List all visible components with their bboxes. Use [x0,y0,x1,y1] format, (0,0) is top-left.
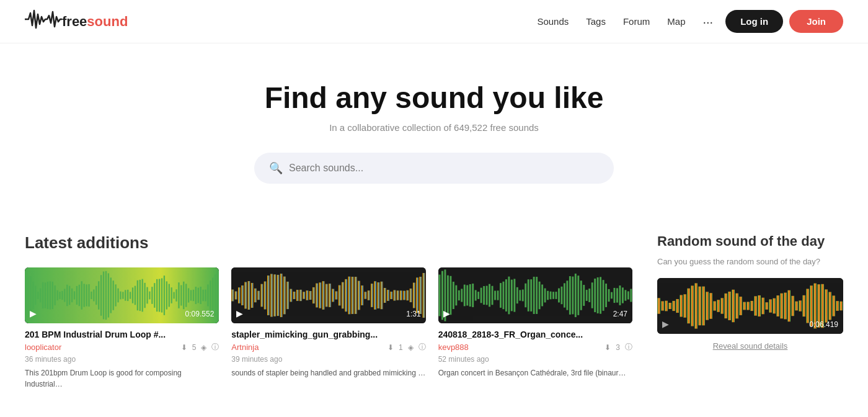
svg-rect-83 [232,290,234,302]
svg-rect-176 [527,279,529,312]
svg-rect-34 [103,272,104,320]
svg-rect-250 [788,290,791,321]
svg-rect-252 [795,301,799,310]
svg-rect-190 [566,280,568,310]
svg-rect-136 [404,291,406,300]
sound-title-1[interactable]: 201 BPM Industrial Drum Loop #... [25,330,219,339]
svg-rect-52 [146,287,148,304]
svg-rect-102 [293,292,296,299]
svg-rect-15 [56,290,58,300]
sound-title-2[interactable]: stapler_mimicking_gun_grabbing... [231,330,425,339]
svg-rect-154 [466,285,468,305]
waveform-2[interactable]: ▶ 1:31 [231,267,425,323]
svg-rect-106 [306,290,309,300]
download-icon-2: ⬇ [388,343,394,352]
nav-forum[interactable]: Forum [623,16,650,27]
svg-rect-132 [391,292,393,299]
svg-rect-86 [242,285,244,305]
play-button-1[interactable]: ▶ [30,308,37,318]
svg-rect-248 [781,293,784,318]
search-bar: 🔍 [254,153,614,184]
download-count-1: 5 [192,343,197,352]
svg-rect-68 [185,284,187,307]
waveform-3[interactable]: ▶ 2:47 [438,267,632,323]
search-input[interactable] [289,163,599,174]
info-icon-3: ⓘ [625,342,632,352]
svg-rect-9 [42,282,43,308]
svg-rect-72 [195,287,197,304]
svg-rect-108 [312,287,315,303]
svg-rect-222 [684,294,687,318]
svg-rect-97 [277,275,280,316]
sound-desc-2: sounds of stapler being handled and grab… [231,367,425,379]
svg-rect-144 [438,275,440,316]
svg-rect-54 [151,287,153,304]
svg-rect-238 [743,302,746,310]
waveform-1[interactable]: /* inline generated */ [25,267,219,323]
svg-rect-239 [747,302,750,310]
nav-tags[interactable]: Tags [586,16,606,27]
svg-rect-134 [397,290,399,300]
svg-rect-242 [758,295,761,316]
login-button[interactable]: Log in [725,10,783,33]
svg-rect-24 [79,285,80,307]
svg-rect-241 [755,296,758,315]
play-button-2[interactable]: ▶ [236,308,243,318]
svg-rect-33 [100,275,102,315]
svg-rect-219 [673,300,676,310]
svg-rect-233 [725,293,728,318]
logo[interactable]: freesound [25,8,128,35]
svg-rect-107 [309,291,312,300]
svg-rect-123 [361,285,364,305]
svg-rect-89 [251,283,254,308]
svg-rect-180 [538,282,540,309]
hero-subtext: In a collaborative collection of 649,522… [12,122,856,133]
svg-rect-191 [569,276,571,315]
reveal-button[interactable]: Reveal sound details [657,341,843,351]
play-button-3[interactable]: ▶ [443,308,450,318]
svg-rect-199 [591,282,593,308]
svg-rect-119 [348,277,351,315]
svg-rect-118 [345,279,348,312]
sound-author-1[interactable]: looplicator [25,343,61,352]
svg-rect-173 [519,290,521,300]
svg-rect-212 [627,291,629,299]
svg-rect-127 [374,281,377,310]
svg-rect-131 [388,290,390,301]
svg-rect-42 [122,292,123,298]
svg-rect-81 [217,271,218,320]
sound-card-1: /* inline generated */ [25,267,219,390]
svg-rect-45 [130,292,131,298]
random-play-button[interactable]: ▶ [662,319,669,329]
sound-author-2[interactable]: Artninja [231,343,259,352]
random-heading: Random sound of the day [657,233,843,249]
svg-rect-53 [149,292,150,300]
svg-rect-227 [702,286,706,325]
svg-rect-158 [477,292,479,299]
svg-rect-203 [602,280,604,311]
svg-rect-162 [489,284,490,307]
svg-rect-255 [807,289,810,323]
random-waveform[interactable]: ▶ 0:06.419 [657,278,843,334]
svg-rect-210 [622,287,624,303]
svg-rect-17 [61,291,63,300]
nav-map[interactable]: Map [667,16,685,27]
sound-title-3[interactable]: 240818_2818-3_FR_Organ_conce... [438,330,632,339]
svg-rect-91 [258,291,260,300]
sound-author-3[interactable]: kevp888 [438,343,469,352]
join-button[interactable]: Join [789,10,843,33]
nav-sounds[interactable]: Sounds [537,16,569,27]
svg-rect-263 [836,301,839,311]
svg-rect-197 [585,290,587,301]
svg-rect-60 [166,281,167,309]
svg-rect-80 [215,274,216,316]
svg-rect-14 [55,285,56,305]
svg-rect-39 [115,284,116,306]
nav-more-icon[interactable]: ··· [702,16,713,28]
svg-rect-175 [525,284,526,308]
sound-meta-3: kevp888 ⬇ 3 ⓘ [438,342,632,352]
svg-rect-62 [171,287,172,303]
svg-rect-151 [458,290,460,300]
duration-1: 0:09.552 [185,310,215,318]
svg-rect-172 [516,287,518,303]
